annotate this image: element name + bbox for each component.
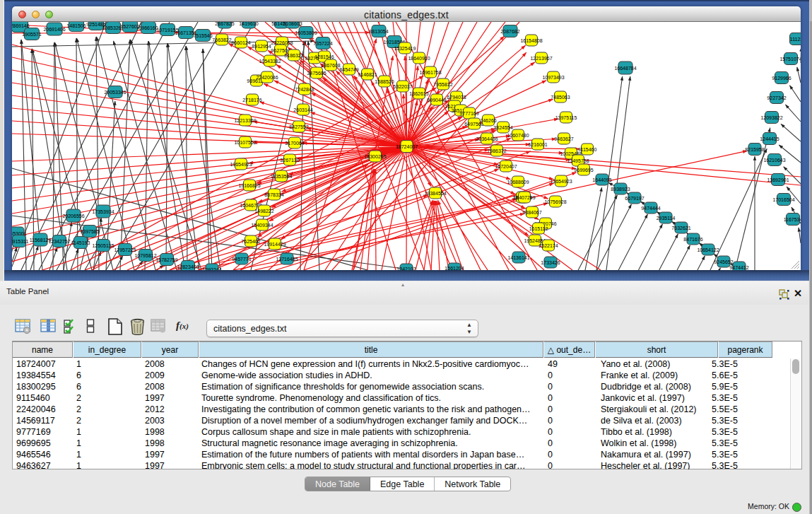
svg-text:16210643: 16210643: [763, 158, 785, 163]
svg-text:18300295: 18300295: [364, 154, 386, 159]
svg-text:746266: 746266: [480, 118, 496, 123]
svg-text:1145193: 1145193: [71, 240, 90, 245]
svg-text:20206556: 20206556: [62, 214, 84, 218]
svg-text:8427552: 8427552: [289, 124, 308, 129]
svg-text:16053809: 16053809: [295, 30, 317, 35]
svg-text:1419610: 1419610: [239, 22, 258, 26]
svg-text:9384067: 9384067: [522, 210, 541, 215]
svg-text:9627500: 9627500: [271, 48, 290, 53]
svg-text:1481506: 1481506: [66, 23, 86, 28]
svg-text:9397585: 9397585: [80, 229, 99, 234]
svg-text:6794078: 6794078: [447, 95, 466, 100]
svg-text:12342757: 12342757: [48, 239, 70, 244]
svg-text:20364436: 20364436: [476, 136, 498, 141]
svg-text:19914479: 19914479: [264, 242, 286, 247]
svg-text:6216001: 6216001: [528, 142, 547, 147]
svg-text:5322037: 5322037: [393, 84, 412, 89]
svg-text:7515546: 7515546: [193, 33, 212, 38]
svg-text:2087682: 2087682: [500, 29, 519, 34]
svg-text:1905571: 1905571: [22, 32, 41, 37]
svg-text:13716485: 13716485: [276, 257, 298, 262]
svg-text:11123: 11123: [790, 37, 801, 42]
svg-text:12093822: 12093822: [760, 115, 782, 120]
svg-text:1588520: 1588520: [375, 79, 394, 84]
svg-text:18640910: 18640910: [408, 56, 430, 61]
svg-text:10756928: 10756928: [544, 199, 566, 204]
svg-text:10688609: 10688609: [507, 180, 529, 185]
svg-text:22420046: 22420046: [256, 75, 278, 80]
svg-text:1644095: 1644095: [592, 177, 611, 182]
svg-text:16154808: 16154808: [520, 38, 542, 43]
svg-text:8660124: 8660124: [231, 40, 250, 45]
svg-text:13654923: 13654923: [550, 179, 572, 184]
svg-text:8813054: 8813054: [369, 29, 388, 34]
svg-text:20053346: 20053346: [104, 90, 126, 95]
svg-text:7986372: 7986372: [487, 148, 506, 153]
svg-text:10107552: 10107552: [234, 140, 256, 145]
svg-text:13975115: 13975115: [555, 115, 577, 120]
svg-text:5108603: 5108603: [283, 22, 302, 26]
svg-text:7485063: 7485063: [551, 95, 570, 100]
svg-text:16648784: 16648784: [614, 66, 636, 71]
svg-text:16782759: 16782759: [155, 257, 177, 262]
svg-text:19654923: 19654923: [230, 162, 252, 167]
svg-text:7955812: 7955812: [433, 82, 452, 87]
svg-text:3267130: 3267130: [280, 158, 299, 163]
svg-text:2869146: 2869146: [12, 23, 30, 28]
svg-text:9227342: 9227342: [767, 95, 786, 100]
svg-text:9245652: 9245652: [714, 259, 733, 264]
svg-text:2718176: 2718176: [242, 98, 261, 103]
svg-text:8186323: 8186323: [284, 53, 303, 58]
svg-text:12505135: 12505135: [92, 243, 114, 248]
svg-text:13495758: 13495758: [567, 158, 589, 163]
svg-text:8454749: 8454749: [339, 67, 358, 72]
svg-text:1733426: 1733426: [541, 260, 560, 265]
svg-text:1362615: 1362615: [409, 91, 428, 96]
svg-text:6966160: 6966160: [139, 25, 158, 30]
svg-text:9457771: 9457771: [232, 257, 251, 262]
svg-text:7357224: 7357224: [313, 41, 332, 46]
svg-text:8215958: 8215958: [745, 147, 764, 152]
svg-text:15720407: 15720407: [495, 164, 517, 169]
svg-text:10973493: 10973493: [542, 75, 564, 80]
svg-text:2867608: 2867608: [321, 63, 340, 68]
svg-text:6679197: 6679197: [625, 196, 644, 201]
svg-text:8938923: 8938923: [611, 187, 630, 192]
svg-text:9474444: 9474444: [641, 206, 660, 211]
svg-text:3824554: 3824554: [493, 125, 512, 130]
svg-text:2522174: 2522174: [539, 243, 558, 248]
svg-text:9463627: 9463627: [554, 136, 573, 141]
svg-text:11353594: 11353594: [271, 174, 293, 179]
svg-text:10543382: 10543382: [259, 59, 281, 64]
svg-text:16961758: 16961758: [419, 70, 441, 75]
svg-text:10607480: 10607480: [507, 133, 529, 138]
svg-text:17957225: 17957225: [114, 247, 136, 252]
svg-text:3475685: 3475685: [307, 71, 326, 76]
svg-text:9146821: 9146821: [358, 72, 377, 77]
svg-text:10795812: 10795812: [134, 253, 156, 258]
svg-text:3915311: 3915311: [12, 239, 28, 244]
svg-text:2867825: 2867825: [215, 22, 234, 26]
svg-text:9129966: 9129966: [772, 76, 791, 81]
svg-text:12213369: 12213369: [234, 118, 256, 123]
svg-text:15751074: 15751074: [779, 57, 801, 62]
svg-text:8878334: 8878334: [264, 192, 283, 197]
svg-text:12823408: 12823408: [177, 264, 199, 269]
svg-text:1292244: 1292244: [202, 267, 221, 271]
svg-text:8990448: 8990448: [427, 98, 446, 103]
svg-text:9699695: 9699695: [574, 168, 593, 173]
svg-text:19384554: 19384554: [424, 191, 446, 196]
svg-text:17353934: 17353934: [92, 209, 114, 214]
svg-text:7242848: 7242848: [295, 87, 314, 92]
svg-text:18407299: 18407299: [513, 195, 535, 200]
svg-text:10654122: 10654122: [697, 247, 719, 252]
svg-text:2935114: 2935114: [657, 216, 676, 221]
svg-text:8471676: 8471676: [683, 237, 702, 242]
svg-text:1561204: 1561204: [445, 266, 464, 271]
svg-text:1244415: 1244415: [760, 136, 779, 141]
svg-text:1342102: 1342102: [396, 267, 416, 271]
svg-text:9777169: 9777169: [459, 111, 478, 116]
svg-text:20691406: 20691406: [43, 27, 65, 32]
svg-text:12213967: 12213967: [530, 56, 552, 61]
svg-text:19166825: 19166825: [238, 183, 260, 188]
